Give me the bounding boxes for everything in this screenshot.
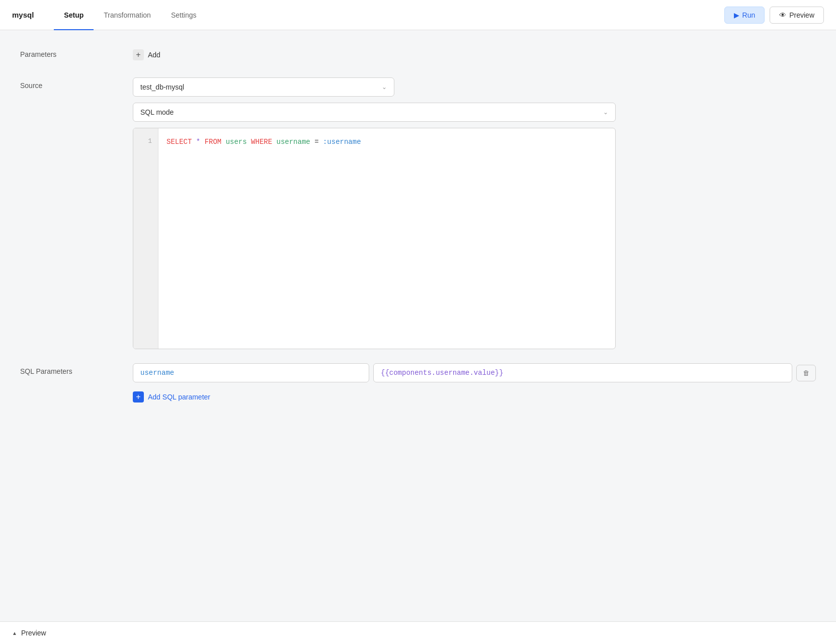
run-button[interactable]: ▶ Run: [724, 7, 765, 24]
line-numbers: 1: [133, 128, 158, 349]
sql-mode-dropdown[interactable]: SQL mode ⌄: [133, 103, 616, 122]
tab-transformation[interactable]: Transformation: [94, 1, 161, 30]
sql-parameters-content: 🗑 + Add SQL parameter: [133, 363, 816, 406]
line-number-1: 1: [139, 136, 152, 147]
keyword-from: FROM: [205, 138, 222, 146]
code-editor[interactable]: 1 SELECT * FROM users WHERE u: [133, 128, 616, 349]
parameters-label: Parameters: [20, 46, 121, 58]
main-content: Parameters + Add Source test_db-mysql ⌄ …: [0, 30, 836, 422]
sql-parameters-section: SQL Parameters 🗑 + Add SQL parameter: [20, 363, 816, 406]
add-sql-param-button[interactable]: + Add SQL parameter: [133, 388, 816, 406]
source-dropdown[interactable]: test_db-mysql ⌄: [133, 77, 394, 97]
sql-param: :username: [323, 138, 361, 146]
preview-chevron-icon: ▲: [12, 630, 17, 636]
keyword-select: SELECT: [166, 138, 192, 146]
preview-bar[interactable]: ▲ Preview: [0, 621, 836, 644]
chevron-down-icon: ⌄: [382, 84, 387, 91]
sql-parameters-label: SQL Parameters: [20, 363, 121, 375]
preview-button[interactable]: 👁 Preview: [770, 7, 824, 24]
source-label: Source: [20, 77, 121, 90]
eye-icon: 👁: [779, 11, 786, 19]
sql-column: username: [277, 138, 310, 146]
sql-table: users: [226, 138, 247, 146]
sql-asterisk: *: [196, 138, 200, 146]
tab-settings[interactable]: Settings: [161, 1, 207, 30]
tab-setup[interactable]: Setup: [54, 1, 94, 30]
parameters-content: + Add: [133, 46, 816, 63]
sql-line-1: SELECT * FROM users WHERE username =: [166, 136, 607, 147]
sql-param-row: 🗑: [133, 363, 816, 382]
parameters-section: Parameters + Add: [20, 46, 816, 63]
chevron-down-icon: ⌄: [603, 109, 608, 116]
trash-icon: 🗑: [803, 369, 809, 377]
sql-operator: =: [314, 138, 318, 146]
source-content: test_db-mysql ⌄ SQL mode ⌄ 1 SELECT *: [133, 77, 816, 349]
add-icon: +: [133, 49, 144, 60]
play-icon: ▶: [734, 11, 739, 19]
code-content[interactable]: SELECT * FROM users WHERE username =: [158, 128, 615, 349]
preview-label: Preview: [21, 629, 46, 637]
top-bar-actions: ▶ Run 👁 Preview: [724, 7, 824, 24]
add-parameter-button[interactable]: + Add: [133, 46, 816, 63]
source-selected-value: test_db-mysql: [140, 83, 184, 91]
add-param-icon: +: [133, 391, 144, 403]
delete-param-button[interactable]: 🗑: [796, 365, 816, 381]
app-title: mysql: [12, 11, 34, 19]
top-bar: mysql Setup Transformation Settings ▶ Ru…: [0, 0, 836, 30]
keyword-where: WHERE: [251, 138, 272, 146]
source-section: Source test_db-mysql ⌄ SQL mode ⌄ 1 SELE…: [20, 77, 816, 349]
param-name-input[interactable]: [133, 363, 369, 382]
sql-params-list: 🗑 + Add SQL parameter: [133, 363, 816, 406]
sql-mode-value: SQL mode: [140, 108, 174, 116]
tab-list: Setup Transformation Settings: [54, 0, 206, 30]
param-value-input[interactable]: [373, 363, 792, 382]
